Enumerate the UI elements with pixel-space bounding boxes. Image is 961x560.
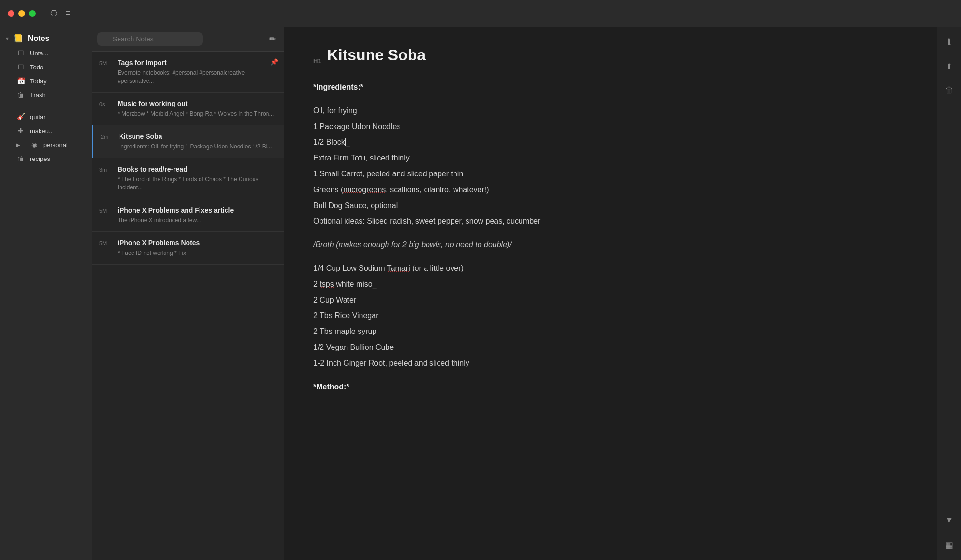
ingredient-3: 1/2 Block_ <box>313 135 908 149</box>
sidebar-item-makeup[interactable]: ✚ makeu... <box>3 124 89 137</box>
broth-5: 2 Tbs maple syrup <box>313 325 908 339</box>
ingredient-8: Optional ideas: Sliced radish, sweet pep… <box>313 214 908 228</box>
sidebar-item-guitar-label: guitar <box>30 113 46 120</box>
ingredient-1: Oil, for frying <box>313 104 908 118</box>
main-layout: ▾ 📒 Notes ☐ Unta... ☐ Todo 📅 Today 🗑 Tra… <box>0 27 961 560</box>
personal-icon: ◉ <box>30 141 39 148</box>
sidebar-item-makeup-label: makeu... <box>30 127 54 134</box>
maximize-button[interactable] <box>29 10 36 17</box>
note-title-text: Music for working out <box>118 99 187 108</box>
note-item-meta: 0s Music for working out <box>99 99 276 108</box>
traffic-lights <box>8 10 36 17</box>
h1-label: H1 <box>313 57 321 65</box>
note-item-tags-for-import[interactable]: 5M Tags for Import Evernote notebooks: #… <box>92 52 284 93</box>
note-item-kitsune-soba[interactable]: 2m Kitsune Soba Ingredients: Oil, for fr… <box>92 125 284 158</box>
broth-label: /Broth (makes enough for 2 big bowls, no… <box>313 238 908 252</box>
sidebar-item-personal[interactable]: ▶ ◉ personal <box>3 138 89 151</box>
sidebar-item-trash[interactable]: 🗑 Trash <box>3 88 89 102</box>
note-preview: Ingredients: Oil, for frying 1 Package U… <box>119 143 276 151</box>
titlebar-icons: ⎔ ≡ <box>50 8 71 19</box>
note-item-meta: 5M Tags for Import <box>99 58 276 67</box>
broth-1: 1/4 Cup Low Sodium Tamari (or a little o… <box>313 262 908 276</box>
recipes-icon: 🗑 <box>16 155 25 162</box>
ingredient-4: Extra Firm Tofu, sliced thinly <box>313 151 908 165</box>
notes-list-header: 🔍 ✏ <box>92 27 284 52</box>
note-title-heading[interactable]: Kitsune Soba <box>327 46 426 64</box>
notes-list: 🔍 ✏ 5M Tags for Import Evernote notebook… <box>92 27 284 560</box>
note-time: 5M <box>99 208 113 213</box>
pin-icon: 📌 <box>270 58 278 66</box>
filter-icon-btn[interactable]: ≡ <box>66 8 71 19</box>
new-note-button[interactable]: ✏ <box>267 32 278 46</box>
sidebar-item-personal-label: personal <box>43 141 67 148</box>
ingredients-label: *Ingredients:* <box>313 83 363 91</box>
titlebar: ⎔ ≡ <box>0 0 961 27</box>
chevron-right-icon: ▶ <box>16 142 25 147</box>
note-item-music-for-working-out[interactable]: 0s Music for working out * Merzbow * Mor… <box>92 93 284 125</box>
notes-list-items: 5M Tags for Import Evernote notebooks: #… <box>92 52 284 265</box>
broth-4: 2 Tbs Rice Vinegar <box>313 309 908 323</box>
guitar-icon: 🎸 <box>16 113 25 120</box>
note-item-meta: 5M iPhone X Problems and Fixes article <box>99 206 276 214</box>
note-time: 3m <box>99 167 113 173</box>
minimize-button[interactable] <box>18 10 25 17</box>
note-time: 0s <box>99 101 113 107</box>
note-time: 5M <box>99 60 113 66</box>
note-body: *Ingredients:* Oil, for frying 1 Package… <box>313 80 908 394</box>
note-title-text: Kitsune Soba <box>119 132 162 141</box>
sidebar-item-trash-label: Trash <box>30 92 46 99</box>
note-item-meta: 2m Kitsune Soba <box>101 132 276 141</box>
note-item-iphone-x-notes[interactable]: 5M iPhone X Problems Notes * Face ID not… <box>92 232 284 265</box>
search-input[interactable] <box>97 32 203 46</box>
delete-button[interactable]: 🗑 <box>942 82 957 98</box>
sidebar-item-today[interactable]: 📅 Today <box>3 74 89 88</box>
tsps-text: tsps <box>320 280 334 288</box>
sidebar-item-todo[interactable]: ☐ Todo <box>3 60 89 74</box>
note-content: H1 Kitsune Soba *Ingredients:* Oil, for … <box>284 27 937 560</box>
sidebar-item-untitled-label: Unta... <box>30 50 48 57</box>
sidebar-item-recipes-label: recipes <box>30 155 50 162</box>
tamari-text: Tamari <box>387 264 410 272</box>
share-button[interactable]: ⬆ <box>943 59 955 74</box>
note-item-iphone-x-problems[interactable]: 5M iPhone X Problems and Fixes article T… <box>92 199 284 232</box>
note-preview: * Face ID not working * Fix: <box>118 249 276 257</box>
notes-section-header[interactable]: ▾ 📒 Notes <box>0 31 92 46</box>
sidebar-item-todo-label: Todo <box>30 64 43 71</box>
chevron-down-icon: ▾ <box>6 35 9 42</box>
ingredient-2: 1 Package Udon Noodles <box>313 120 908 134</box>
method-label: *Method:* <box>313 383 349 391</box>
untitled-icon: ☐ <box>16 49 25 57</box>
note-title-text: Books to read/re-read <box>118 165 187 173</box>
grid-button[interactable]: ▦ <box>942 537 956 553</box>
note-time: 2m <box>101 134 114 140</box>
close-button[interactable] <box>8 10 14 17</box>
sidebar-item-recipes[interactable]: 🗑 recipes <box>3 152 89 165</box>
broth-7: 1-2 Inch Ginger Root, peeled and sliced … <box>313 357 908 371</box>
note-item-meta: 3m Books to read/re-read <box>99 165 276 173</box>
right-toolbar: ℹ ⬆ 🗑 ▼ ▦ <box>937 27 961 560</box>
microgreens-text: microgreens <box>343 186 386 194</box>
add-button[interactable]: ▼ <box>942 512 957 528</box>
ingredient-6: Greens (microgreens, scallions, cilantro… <box>313 183 908 197</box>
info-button[interactable]: ℹ <box>945 34 954 50</box>
note-title-text: Tags for Import <box>118 58 167 67</box>
ingredient-5: 1 Small Carrot, peeled and sliced paper … <box>313 167 908 181</box>
broth-2: 2 tsps white miso_ <box>313 278 908 292</box>
notes-header-label: Notes <box>28 34 49 43</box>
note-item-books-to-read[interactable]: 3m Books to read/re-read * The Lord of t… <box>92 158 284 199</box>
today-icon: 📅 <box>16 77 25 85</box>
notes-icon-btn[interactable]: ⎔ <box>50 8 58 19</box>
trash-icon: 🗑 <box>16 91 25 99</box>
broth-3: 2 Cup Water <box>313 293 908 307</box>
notes-folder-icon: 📒 <box>13 34 23 43</box>
makeup-icon: ✚ <box>16 127 25 134</box>
sidebar: ▾ 📒 Notes ☐ Unta... ☐ Todo 📅 Today 🗑 Tra… <box>0 27 92 560</box>
note-item-meta: 5M iPhone X Problems Notes <box>99 239 276 247</box>
sidebar-item-untitled[interactable]: ☐ Unta... <box>3 46 89 60</box>
ingredient-7: Bull Dog Sauce, optional <box>313 199 908 213</box>
note-preview: The iPhone X introduced a few... <box>118 216 276 225</box>
note-title-text: iPhone X Problems and Fixes article <box>118 206 234 214</box>
sidebar-item-guitar[interactable]: 🎸 guitar <box>3 110 89 123</box>
sidebar-divider <box>6 106 86 106</box>
search-wrapper: 🔍 <box>97 32 263 46</box>
